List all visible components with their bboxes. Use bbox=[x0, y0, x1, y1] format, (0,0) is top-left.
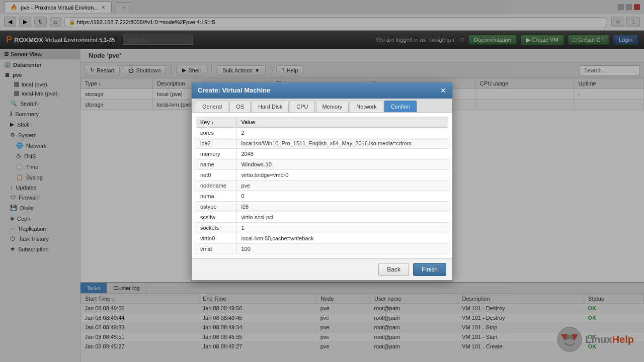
table-row: sockets 1 bbox=[196, 222, 448, 233]
confirm-key: cores bbox=[196, 127, 237, 138]
confirm-value: 0 bbox=[237, 191, 448, 201]
table-row: ide2 local:iso/Win10_Pro_1511_English_x6… bbox=[196, 138, 448, 148]
confirm-key-header[interactable]: Key ↑ bbox=[196, 117, 237, 127]
confirm-key: numa bbox=[196, 191, 237, 201]
confirm-key: ide2 bbox=[196, 138, 237, 148]
confirm-value: Windows-10 bbox=[237, 159, 448, 169]
confirm-value: l26 bbox=[237, 201, 448, 212]
modal-tab-os[interactable]: OS bbox=[229, 101, 251, 112]
confirm-value: 2048 bbox=[237, 148, 448, 159]
back-button[interactable]: Back bbox=[378, 263, 409, 276]
modal-close-button[interactable]: ✕ bbox=[440, 86, 446, 95]
modal-overlay: Create: Virtual Machine ✕ GeneralOSHard … bbox=[0, 0, 644, 362]
table-row: memory 2048 bbox=[196, 148, 448, 159]
confirm-value-header[interactable]: Value bbox=[237, 117, 448, 127]
confirm-key: sockets bbox=[196, 222, 237, 233]
table-row: vmid 100 bbox=[196, 243, 448, 254]
modal-footer: Back Finish bbox=[192, 258, 452, 280]
confirm-key: scsifw bbox=[196, 212, 237, 222]
modal-header: Create: Virtual Machine ✕ bbox=[192, 82, 452, 99]
confirm-key: net0 bbox=[196, 169, 237, 180]
table-row: numa 0 bbox=[196, 191, 448, 201]
confirm-value: local:iso/Win10_Pro_1511_English_x64_May… bbox=[237, 138, 448, 148]
confirm-value: 100 bbox=[237, 243, 448, 254]
confirm-value: 1 bbox=[237, 222, 448, 233]
confirm-table: Key ↑ Value cores 2 ide2 local:iso/Win10… bbox=[196, 117, 448, 254]
table-row: cores 2 bbox=[196, 127, 448, 138]
modal-tab-hard-disk[interactable]: Hard Disk bbox=[252, 101, 289, 112]
table-row: virtio0 local-lvm:50,cache=writeback bbox=[196, 233, 448, 243]
confirm-key: memory bbox=[196, 148, 237, 159]
table-row: scsifw virtio-scsi-pci bbox=[196, 212, 448, 222]
confirm-key: vmid bbox=[196, 243, 237, 254]
modal-tab-network[interactable]: Network bbox=[350, 101, 383, 112]
table-row: nodename pve bbox=[196, 180, 448, 191]
modal-tab-general[interactable]: General bbox=[196, 101, 228, 112]
table-row: name Windows-10 bbox=[196, 159, 448, 169]
modal-tabs: GeneralOSHard DiskCPUMemoryNetworkConfir… bbox=[192, 99, 452, 113]
confirm-value: virtio,bridge=vmbr0 bbox=[237, 169, 448, 180]
confirm-key: name bbox=[196, 159, 237, 169]
confirm-value: local-lvm:50,cache=writeback bbox=[237, 233, 448, 243]
confirm-key: virtio0 bbox=[196, 233, 237, 243]
modal-body: Key ↑ Value cores 2 ide2 local:iso/Win10… bbox=[192, 113, 452, 258]
table-row: ostype l26 bbox=[196, 201, 448, 212]
modal-tab-memory[interactable]: Memory bbox=[316, 101, 349, 112]
modal-tab-confirm[interactable]: Confirm bbox=[384, 101, 417, 112]
confirm-value: 2 bbox=[237, 127, 448, 138]
confirm-key: nodename bbox=[196, 180, 237, 191]
table-row: net0 virtio,bridge=vmbr0 bbox=[196, 169, 448, 180]
confirm-value: virtio-scsi-pci bbox=[237, 212, 448, 222]
confirm-key: ostype bbox=[196, 201, 237, 212]
confirm-value: pve bbox=[237, 180, 448, 191]
modal-title: Create: Virtual Machine bbox=[198, 86, 270, 94]
finish-button[interactable]: Finish bbox=[413, 263, 446, 276]
create-vm-modal: Create: Virtual Machine ✕ GeneralOSHard … bbox=[191, 82, 453, 281]
modal-tab-cpu[interactable]: CPU bbox=[290, 101, 314, 112]
